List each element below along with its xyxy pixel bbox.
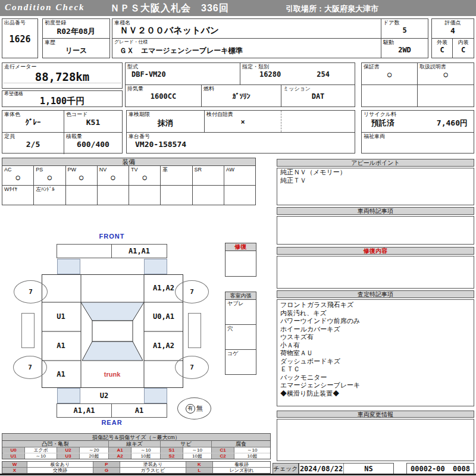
odometer-value: 88,728km <box>2 70 122 83</box>
odometer-divider <box>4 83 121 83</box>
engine-box: 型式 DBF-VM20 指定・類別 16280 254 排気量 1600CC 燃… <box>125 62 355 107</box>
body-color-label: 車体色 <box>2 111 64 118</box>
equipment-title: 装備 <box>2 158 255 166</box>
assessment-title: 査定特記事項 <box>277 290 474 298</box>
color-code-value: K51 <box>64 118 122 127</box>
exterior-grade-label: 外装 <box>432 39 452 46</box>
left-rear-door-damage: A1 <box>42 331 80 360</box>
score-value: 4 <box>432 26 474 35</box>
score-box: 評価点 4 外装 C 内装 C <box>431 18 474 58</box>
header-bar: Condition Check ＮＰＳ大阪入札会 336回 引取場所：大阪府泉大… <box>0 0 476 16</box>
assessment-line: パワーウインドウ前席のみ <box>277 317 474 325</box>
diagram-rear-label: REAR <box>57 419 167 426</box>
first-registration-label: 初度登録 <box>43 19 109 26</box>
equip-extra-0: Wﾀｲﾔ <box>2 186 33 193</box>
check-label: チェック <box>273 463 299 474</box>
doors-label: ドア数 <box>381 19 428 26</box>
front-pillar-right <box>144 259 167 274</box>
equip-tv-mark: ○ <box>129 173 160 181</box>
interior-grade-label: 内装 <box>453 39 474 46</box>
exterior-grade-value: C <box>432 46 452 54</box>
sheet-number: 0008 <box>453 465 470 473</box>
equip-aw-label: AW <box>224 166 255 173</box>
odometer-label: 走行メーター <box>2 63 122 70</box>
assessment-line: ＥＴＣ <box>277 365 474 374</box>
grade-value: ＧＸ エマージェンシーブレーキ標準 <box>112 46 381 56</box>
equip-extra-2 <box>66 186 97 187</box>
assessment-line: ホイールカバーキズ <box>277 325 474 334</box>
equip-extra-1: 左ﾊﾝﾄﾞﾙ <box>34 186 65 193</box>
equip-pw-label: PW <box>66 166 97 173</box>
condition-check-logo: Condition Check <box>5 2 85 12</box>
equip-sr-label: SR <box>193 166 224 173</box>
lot-number-box: 出品番号 1626 <box>2 18 38 58</box>
symbol-legend-table: W 板金あり P 塗装あり K 看板跡 X 交換跡 G ガラスヒビ L レンズ割… <box>2 461 271 474</box>
rear-pillar-right <box>144 388 167 403</box>
repair-details-panel <box>277 256 474 289</box>
mirror-left <box>21 313 35 348</box>
history-label: 車歴 <box>43 39 109 46</box>
wheel-front-right: 7 <box>175 280 209 303</box>
insurance-mark: × <box>205 118 281 126</box>
assessment-line: 小Ａ有 <box>277 342 474 350</box>
check-date-box: 2024/08/22 NS <box>299 463 394 474</box>
color-box: 車体色 ｸﾞﾚｰ 色コード K51 定員 2/5 積載量 600/400 <box>2 110 123 154</box>
equip-nv-mark: ○ <box>98 173 129 181</box>
odometer-box: 走行メーター 88,728km <box>2 62 123 89</box>
inspector-initials: NS <box>364 465 372 473</box>
fuel-value: ｶﾞｿﾘﾝ <box>202 92 281 101</box>
inspection-expiry-label: 車検期限 <box>127 111 204 118</box>
assessment-line: エマージェンシーブレーキ <box>277 381 474 390</box>
legend-header-corrosion: 腐食 <box>212 441 270 447</box>
rear-pillar-left <box>57 388 80 403</box>
class-number-value: 254 <box>317 70 330 79</box>
cabin-interior-box: 客室内張 ヤブレ 穴 コゲ <box>225 292 256 375</box>
bottom-rule <box>0 474 476 475</box>
auction-condition-sheet: Condition Check ＮＰＳ大阪入札会 336回 引取場所：大阪府泉大… <box>0 0 476 476</box>
appeal-line: 純正ＴＶ <box>277 177 474 185</box>
repair-flag-box: 修復 <box>225 243 256 277</box>
transmission-label: ミッション <box>281 85 355 92</box>
legend-row-2: U1 ～10 U3 20超 A2 10超 S2 10超 C2 10超 <box>2 453 270 459</box>
asking-price-value: 1,100千円 <box>2 96 122 107</box>
recycle-status-value: 預託済 <box>371 118 394 129</box>
model-name-value: ＮＶ２００バネットバン <box>112 25 381 36</box>
trunk-label: trunk <box>80 360 144 388</box>
wheel-rear-right: 7 <box>175 356 209 379</box>
legend-header-row: 凸凹・亀裂 線キズ サビ 腐食 <box>2 441 270 447</box>
mirror-right <box>188 313 201 348</box>
warranty-book-mark: ○ <box>362 70 417 79</box>
legend-header-scratch: 線キズ <box>109 441 161 447</box>
transmission-value: DAT <box>281 92 355 101</box>
assessment-line: フロントガラス飛石キズ <box>277 301 474 309</box>
capacity-value: 2/5 <box>2 140 64 149</box>
vehicle-notes-panel <box>277 216 474 245</box>
body-color-value: ｸﾞﾚｰ <box>2 118 64 127</box>
appeal-title: アピールポイント <box>277 159 474 167</box>
type-class-label: 指定・類別 <box>240 63 355 70</box>
equip-extra-3 <box>98 186 129 187</box>
legend-row-1: U0 エクボ U2 ～20 A1 ～10 S1 ～10 C1 ～10 <box>2 447 270 453</box>
rear-bumper: A1,A1 A1 <box>57 403 167 418</box>
cabin-row-burn: コゲ <box>226 350 256 357</box>
left-quarter-damage: A1 <box>42 360 80 388</box>
asking-price-box: 希望価格 1,100千円 <box>2 90 123 107</box>
lot-number-label: 出品番号 <box>2 19 37 26</box>
appeal-line: 純正ＮＶ（メモリー） <box>277 168 474 177</box>
cabin-row-tear: ヤブレ <box>226 300 256 307</box>
assessment-line: 内装汚れ、キズ <box>277 309 474 318</box>
drive-label: 駆動 <box>381 39 428 46</box>
front-bumper-right-damage: A1,A1 <box>129 247 150 255</box>
doors-value: 5 <box>381 26 428 35</box>
model-code-value: DBF-VM20 <box>126 70 240 79</box>
equip-ac-mark: ○ <box>2 173 33 181</box>
diagram-front-label: FRONT <box>57 233 167 240</box>
assessment-line: 荷物室ＡＵ <box>277 349 474 358</box>
recycle-fee-value: 7,460円 <box>437 118 468 129</box>
check-date: 2024/08/22 <box>300 465 343 473</box>
equip-extra-7 <box>224 186 255 187</box>
legend-header-rust: サビ <box>161 441 212 447</box>
rear-gate-damage: U2 <box>80 388 128 403</box>
insurance-label: 検付自賠責 <box>205 111 281 118</box>
wheel-front-left: 7 <box>14 280 48 303</box>
